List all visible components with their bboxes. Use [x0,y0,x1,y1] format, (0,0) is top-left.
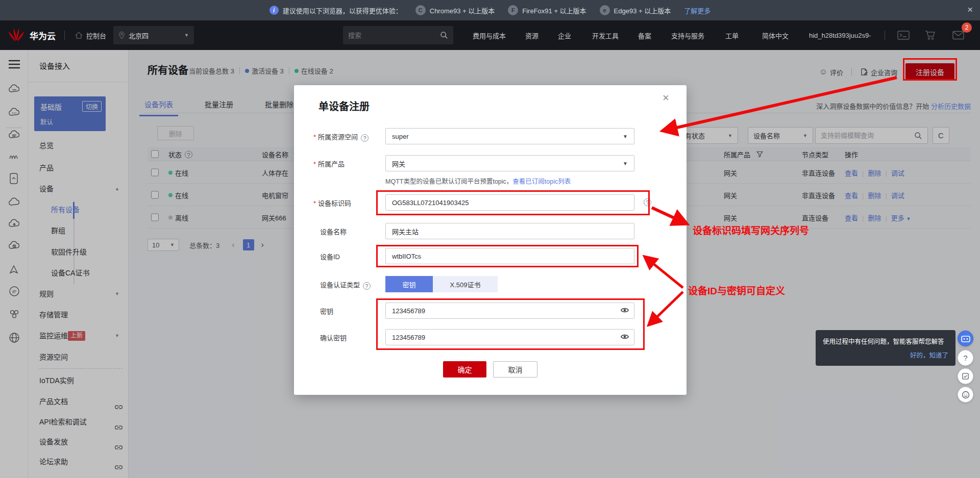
device-name-label: 设备名称 [320,227,347,236]
browser-chrome: Chrome93 + 以上版本 [430,6,495,15]
browser-edge: Edge93 + 以上版本 [614,6,671,15]
header-divider [64,31,65,40]
brand-name[interactable]: 华为云 [30,20,56,50]
nav-devtools[interactable]: 开发工具 [592,20,619,50]
smiley-float-icon[interactable] [958,387,973,402]
device-id-label: 设备ID [320,251,340,261]
account-name[interactable]: hid_h28td393juu2s9- [809,20,871,50]
nav-language[interactable]: 简体中文 [762,20,789,50]
nav-support[interactable]: 支持与服务 [671,20,704,50]
browser-notice-bar: i 建议使用以下浏览器，以获得更优体验： C Chrome93 + 以上版本 F… [0,0,980,20]
secret-row: 密钥 [313,303,671,319]
single-device-register-modal: × 单设备注册 *所属资源空间? super▼ *所属产品 网关▼ MQTT类型… [294,85,687,395]
required-mark: * [313,160,316,168]
confirm-secret-label: 确认密钥 [320,333,347,342]
help-icon[interactable]: ? [644,198,651,206]
eye-icon[interactable] [620,306,629,316]
chevron-down-icon: ▼ [623,134,628,139]
edge-icon: e [600,5,610,15]
assistant-message: 使用过程中有任何问题，智能客服帮您解答 [823,338,944,345]
top-header: 华为云 控制台 北京四 ▼ 费用与成本 资源 企业 开发工具 备案 支持与服务 … [0,20,980,50]
survey-float-icon[interactable] [958,368,973,384]
device-name-input[interactable] [385,223,634,239]
chevron-down-icon: ▼ [184,33,189,38]
assistant-robot-icon[interactable] [958,331,973,346]
mqtt-note: MQTT类型的设备已默认订阅平台预置topic，查看已订阅topic列表 [385,176,571,186]
browser-firefox: FireFox91 + 以上版本 [522,6,586,15]
notice-close-icon[interactable]: × [967,5,973,15]
resource-space-row: *所属资源空间? super▼ [313,128,671,144]
topic-list-link[interactable]: 查看已订阅topic列表 [512,178,571,185]
secret-label: 密钥 [320,306,333,316]
home-icon [75,31,83,40]
header-search-input[interactable] [348,32,435,39]
nav-ticket[interactable]: 工单 [725,20,739,50]
location-pin-icon [118,31,125,39]
cli-icon[interactable] [897,20,910,50]
confirm-secret-input[interactable] [385,329,634,345]
assistant-tooltip: 使用过程中有任何问题，智能客服帮您解答 好的，知道了 [816,330,955,366]
product-label: 所属产品 [318,160,345,168]
nav-billing[interactable]: 费用与成本 [473,20,506,50]
chrome-icon: C [415,5,426,15]
learn-more-link[interactable]: 了解更多 [684,6,710,15]
mail-badge: 2 [962,22,972,33]
help-icon[interactable]: ? [361,134,369,142]
firefox-icon: F [508,5,518,15]
device-name-row: 设备名称 [313,223,671,239]
device-code-row: *设备标识码 ? [313,194,671,211]
chevron-down-icon: ▼ [623,161,628,166]
modal-title: 单设备注册 [318,98,370,113]
cancel-button[interactable]: 取消 [493,361,537,378]
secret-input[interactable] [385,303,634,319]
help-icon[interactable]: ? [363,282,371,290]
device-code-label: 设备标识码 [318,199,351,207]
resource-space-label: 所属资源空间 [318,133,358,141]
header-search[interactable] [343,26,453,44]
device-code-input[interactable] [385,194,634,211]
required-mark: * [313,199,316,207]
auth-type-label: 设备认证类型 [320,281,360,289]
confirm-button[interactable]: 确定 [443,361,486,378]
auth-secret-toggle[interactable]: 密钥 [385,276,433,292]
required-mark: * [313,133,316,141]
eye-icon[interactable] [620,333,629,342]
cart-icon[interactable] [925,20,936,50]
search-icon [440,31,448,39]
nav-icp[interactable]: 备案 [638,20,651,50]
region-selector[interactable]: 北京四 ▼ [113,26,194,44]
auth-cert-toggle[interactable]: X.509证书 [433,276,498,292]
device-id-row: 设备ID [313,248,671,264]
nav-resources[interactable]: 资源 [525,20,538,50]
console-link[interactable]: 控制台 [75,20,106,50]
help-float-icon[interactable]: ? [958,350,973,366]
product-row: *所属产品 网关▼ [313,155,671,171]
close-icon[interactable]: × [663,91,669,105]
auth-type-row: 设备认证类型? 密钥 X.509证书 [313,276,671,292]
nav-enterprise[interactable]: 企业 [558,20,571,50]
notice-text: 建议使用以下浏览器，以获得更优体验： [283,6,402,15]
info-icon: i [270,6,279,15]
assistant-dismiss-link[interactable]: 好的，知道了 [823,350,948,360]
product-select[interactable]: 网关▼ [385,155,634,171]
device-id-input[interactable] [385,248,634,264]
resource-space-select[interactable]: super▼ [385,128,634,144]
header-divider [885,31,885,40]
confirm-secret-row: 确认密钥 [313,329,671,345]
huawei-logo[interactable] [7,20,26,50]
region-value: 北京四 [129,31,149,40]
